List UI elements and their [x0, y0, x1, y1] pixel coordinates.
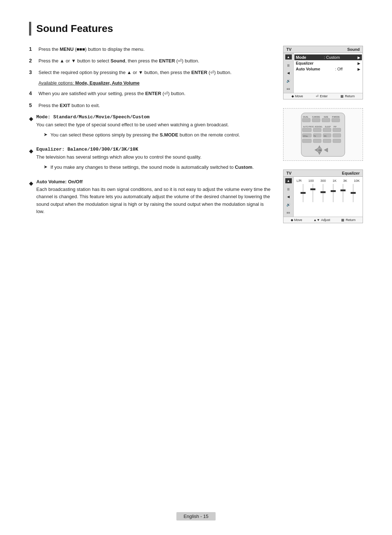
sidebar-icon-grid: ≡≡ [285, 86, 292, 91]
footer-return: ▩ Return [340, 94, 355, 98]
title-accent [29, 22, 31, 36]
eq-footer-adjust: ▲▼ Adjust [314, 218, 330, 222]
step-5-text: Press the EXIT button to exit. [38, 102, 272, 109]
row-mode-value: : Custom [324, 55, 340, 60]
step-4: 4 When you are satisfied with your setti… [29, 90, 272, 97]
page-title: Sound Features [36, 23, 113, 34]
svg-rect-25 [313, 139, 321, 143]
tv-sound-panel-body: ▲ ||| ◀ 🔊 ≡≡ Mode : Custom ▶ Equal [283, 53, 363, 93]
sidebar-icon-signal: ▲ [285, 54, 292, 60]
eq-label-100: 100 [308, 179, 314, 183]
move-icon: ◆ [291, 94, 294, 98]
footer-move: ◆ Move [291, 94, 303, 98]
tv-sound-content: Mode : Custom ▶ Equalizer ▶ Auto Volume … [294, 53, 363, 93]
row-eq-name: Equalizer [296, 61, 314, 65]
row-eq-arrow: ▶ [358, 61, 360, 65]
return-label: Return [345, 94, 355, 98]
tv-menu-row-autovolume: Auto Volume : Off ▶ [296, 66, 360, 72]
eq-thumb-1k [331, 190, 336, 192]
page-number-box: English - 15 [176, 512, 216, 520]
available-options: Available options: Mode, Equalizer, Auto… [38, 81, 272, 86]
eq-sidebar-icon-5: ≡≡ [285, 210, 292, 215]
bullet-equalizer-content: Equalizer: Balance/100/300/1K/3K/10K The… [36, 147, 272, 174]
eq-header-left: TV [286, 171, 291, 175]
svg-rect-5 [302, 118, 310, 122]
tv-menu-row-mode: Mode : Custom ▶ [294, 54, 362, 60]
eq-slider-lr [300, 184, 306, 204]
available-options-label: Available options: [38, 81, 75, 86]
svg-text:SIZE: SIZE [324, 116, 328, 118]
svg-text:STILL: STILL [303, 135, 308, 137]
eq-return-icon: ▩ [341, 218, 344, 222]
eq-track-10k [353, 184, 354, 202]
svg-rect-24 [302, 139, 311, 143]
eq-slider-1k [330, 184, 336, 204]
available-options-values: Mode, Equalizer, Auto Volume [75, 81, 139, 86]
svg-rect-16 [333, 128, 341, 132]
bullet-mode-section: ◆ Mode: Standard/Music/Movie/Speech/Cust… [29, 114, 272, 142]
eq-footer-move: ◆ Move [291, 218, 302, 222]
eq-label-10k: 10K [354, 179, 360, 183]
svg-rect-14 [313, 128, 321, 132]
bullet-equalizer-title: Equalizer: Balance/100/300/1K/3K/10K [36, 147, 272, 152]
step-3: 3 Select the required option by pressing… [29, 69, 272, 76]
eq-slider-3k [340, 184, 346, 204]
bullet-equalizer-section: ◆ Equalizer: Balance/100/300/1K/3K/10K T… [29, 147, 272, 174]
tv-sound-sidebar: ▲ ||| ◀ 🔊 ≡≡ [283, 53, 294, 93]
content-col: 1 Press the MENU (■■■) button to display… [29, 46, 272, 219]
page: Sound Features 1 Press the MENU (■■■) bu… [0, 0, 392, 535]
bullet-equalizer-diamond: ◆ [29, 147, 33, 155]
eq-track-300 [323, 184, 323, 202]
svg-rect-26 [323, 139, 331, 143]
svg-rect-13 [302, 128, 311, 132]
tv-menu-row-equalizer: Equalizer ▶ [296, 60, 360, 66]
arrow-symbol-2: ➤ [44, 164, 48, 170]
eq-return-label: Return [346, 218, 355, 222]
eq-thumb-3k [340, 189, 346, 191]
eq-track-100 [313, 184, 313, 202]
eq-label-1k: 1K [332, 179, 336, 183]
eq-label-lr: L/R [297, 179, 302, 183]
eq-labels-row: L/R 100 300 1K 3K 10K [297, 179, 360, 183]
svg-text:PIP: PIP [334, 126, 337, 128]
arrow-symbol: ➤ [44, 132, 48, 137]
svg-rect-27 [333, 139, 341, 143]
step-1-num: 1 [29, 46, 35, 52]
eq-slider-100 [310, 184, 316, 204]
main-layout: 1 Press the MENU (■■■) button to display… [29, 46, 363, 223]
row-mode-arrow: ▶ [358, 56, 360, 60]
svg-text:AUTO PROG: AUTO PROG [303, 126, 314, 128]
step-4-text: When you are satisfied with your setting… [38, 90, 272, 97]
sidebar-icon-left: ◀ [285, 70, 292, 75]
eq-slider-300 [320, 184, 326, 204]
eq-sidebar-icon-2: ||| [285, 186, 292, 191]
row-av-value: : Off [335, 67, 343, 71]
bullet-autovolume-section: ◆ Auto Volume: On/Off Each broadcasting … [29, 179, 272, 217]
bullet-mode-content: Mode: Standard/Music/Movie/Speech/Custom… [36, 114, 272, 142]
equalizer-arrow-text: If you make any changes to these setting… [50, 164, 254, 171]
step-5: 5 Press the EXIT button to exit. [29, 102, 272, 109]
eq-thumb-100 [310, 188, 315, 190]
svg-text:SLEEP: SLEEP [325, 126, 331, 128]
svg-rect-6 [312, 118, 320, 122]
bullet-autovolume-content: Auto Volume: On/Off Each broadcasting st… [36, 179, 272, 217]
step-3-text: Select the required option by pressing t… [38, 69, 272, 76]
tv-sound-panel-header: TV Sound [283, 46, 363, 53]
eq-slider-10k [350, 184, 356, 204]
eq-track-1k [333, 184, 334, 202]
row-mode-name: Mode [296, 55, 306, 60]
step-5-num: 5 [29, 102, 35, 108]
eq-thumb-10k [351, 192, 356, 194]
step-3-num: 3 [29, 69, 35, 75]
bullet-autovolume-title: Auto Volume: On/Off [36, 179, 272, 184]
remote-svg: DUAL S.MODE SIZE P.MODE AUTO PROG ADD/DE… [290, 111, 356, 158]
step-2-text: Press the ▲ or ▼ button to select Sound,… [38, 57, 272, 65]
svg-text:TV: TV [314, 135, 316, 137]
step-4-num: 4 [29, 90, 35, 96]
equalizer-arrow-note: ➤ If you make any changes to these setti… [44, 164, 272, 171]
eq-move-icon: ◆ [291, 218, 293, 222]
eq-track-3k [343, 184, 343, 202]
eq-move-label: Move [294, 218, 302, 222]
tv-sound-panel: TV Sound ▲ ||| ◀ 🔊 ≡≡ Mode : Custom [283, 46, 363, 99]
svg-rect-7 [322, 118, 330, 122]
